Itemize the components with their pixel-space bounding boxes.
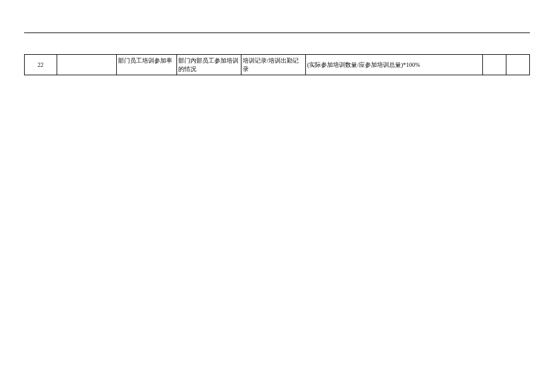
cell-definition: 部门内部员工参加培训的情况 (176, 55, 241, 75)
cell-a (57, 55, 117, 75)
table-container: 22 部门员工培训参加率 部门内部员工参加培训的情况 培训记录/培训出勤记录 (… (24, 54, 530, 75)
cell-g (506, 55, 530, 75)
cell-seq: 22 (25, 55, 57, 75)
cell-data-source: 培训记录/培训出勤记录 (241, 55, 305, 75)
cell-f (483, 55, 506, 75)
document-page: 22 部门员工培训参加率 部门内部员工参加培训的情况 培训记录/培训出勤记录 (… (0, 33, 554, 392)
kpi-table: 22 部门员工培训参加率 部门内部员工参加培训的情况 培训记录/培训出勤记录 (… (24, 54, 530, 75)
cell-indicator-name: 部门员工培训参加率 (117, 55, 177, 75)
table-row: 22 部门员工培训参加率 部门内部员工参加培训的情况 培训记录/培训出勤记录 (… (25, 55, 530, 75)
header-separator (24, 33, 530, 33)
cell-formula: (实际参加培训数量/应参加培训总量)*100% (305, 55, 482, 75)
